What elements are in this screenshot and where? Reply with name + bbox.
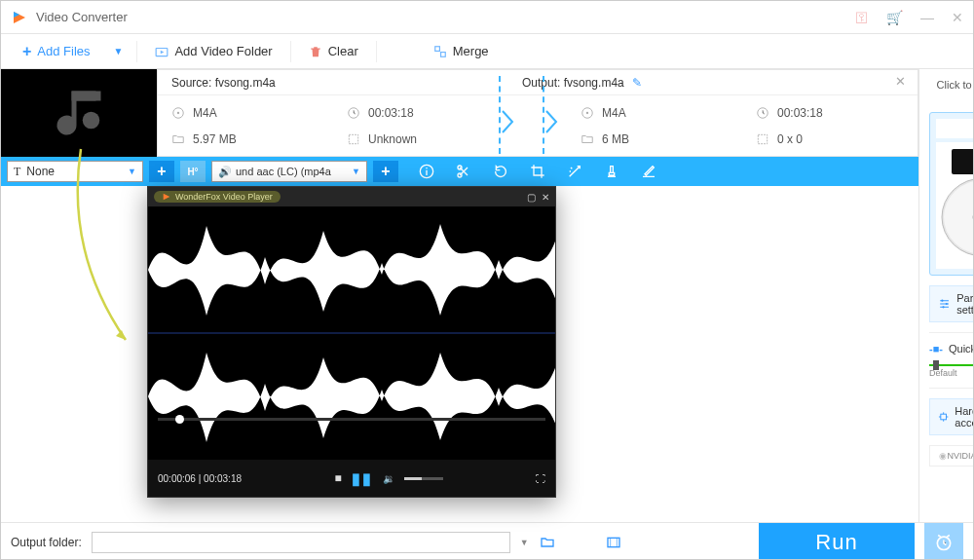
add-video-folder-label: Add Video Folder [174, 44, 272, 58]
seek-knob[interactable] [175, 415, 184, 424]
pencil-line-icon [641, 164, 656, 179]
alarm-clock-icon [934, 533, 954, 552]
output-format-selector[interactable]: M4A▼ M4A [929, 112, 974, 276]
player-time-current: 00:00:06 [158, 473, 196, 484]
out-format: M4A [602, 106, 626, 120]
speaker-icon: 🔊 [218, 166, 232, 178]
wand-icon [567, 164, 582, 179]
crop-icon [530, 164, 545, 179]
chevron-down-icon: ▼ [352, 167, 360, 176]
rotate-icon [493, 164, 508, 179]
app-title: Video Converter [36, 10, 128, 24]
cart-icon[interactable]: 🛒 [886, 10, 903, 25]
clear-button[interactable]: Clear [295, 38, 372, 64]
folder-film-icon [605, 535, 622, 550]
player-title: WonderFox Video Player [175, 192, 273, 202]
merge-button[interactable]: Merge [420, 38, 503, 64]
subtitle-value: None [26, 165, 55, 178]
out-duration: 00:03:18 [777, 106, 823, 120]
parameter-settings-button[interactable]: Parameter settings [929, 285, 974, 322]
src-size: 5.97 MB [193, 132, 237, 146]
parameter-settings-label: Parameter settings [956, 292, 974, 316]
key-icon[interactable]: ⚿ [855, 10, 869, 25]
out-size: 6 MB [602, 132, 629, 146]
cut-tool-button[interactable] [455, 163, 472, 180]
player-time-total: 00:03:18 [204, 473, 242, 484]
subtitle-t-icon: T [14, 165, 20, 179]
hardware-acceleration-button[interactable]: Hardware acceleration [929, 398, 974, 435]
player-maximize-icon[interactable]: ▢ [527, 192, 536, 203]
folder-open-icon [539, 535, 556, 550]
file-actionbar: T None ▼ + H° 🔊 und aac (LC) (mp4a ▼ + [1, 157, 918, 186]
file-item: ✕ Source: fvsong.m4a Output: fvsong.m4a … [1, 69, 918, 157]
svg-rect-18 [952, 149, 974, 174]
stop-button[interactable]: ■ [334, 471, 341, 485]
folder-size-icon [581, 132, 594, 146]
svg-rect-1 [435, 46, 440, 51]
folder-size-icon [171, 132, 185, 146]
output-folder-label: Output folder: [11, 536, 82, 549]
crop-tool-button[interactable] [529, 163, 546, 180]
titlebar: Video Converter ⚿ 🛒 — ✕ [1, 1, 973, 34]
window-minimize-icon[interactable]: — [920, 10, 934, 25]
chip-icon [938, 410, 949, 424]
add-files-button[interactable]: + Add Files [9, 37, 104, 66]
audio-track-select[interactable]: 🔊 und aac (LC) (mp4a ▼ [211, 161, 367, 182]
arrow-right-icon [544, 109, 560, 134]
edit-tool-button[interactable] [640, 163, 657, 180]
add-audio-button[interactable]: + [373, 161, 398, 182]
dimensions-icon [756, 132, 769, 146]
svg-point-26 [946, 303, 948, 305]
right-panel: Click to change output format: M4A▼ M4A … [918, 69, 974, 522]
video-player-window: WonderFox Video Player ▢ ✕ [147, 186, 556, 498]
schedule-button[interactable] [924, 523, 963, 561]
effects-tool-button[interactable] [566, 163, 583, 180]
add-subtitle-button[interactable]: + [149, 161, 174, 182]
browse-folder-button[interactable] [539, 535, 556, 550]
file-thumbnail[interactable] [1, 69, 157, 157]
add-video-folder-button[interactable]: Add Video Folder [141, 38, 285, 64]
hardware-acceleration-label: Hardware acceleration [955, 405, 974, 429]
seek-bar[interactable] [158, 418, 545, 421]
svg-point-3 [58, 117, 76, 134]
subtitle-select[interactable]: T None ▼ [7, 161, 143, 182]
player-close-icon[interactable]: ✕ [542, 192, 549, 203]
run-button[interactable]: Run [759, 523, 915, 561]
output-folder-input[interactable] [92, 532, 510, 553]
output-format-header: Click to change output format: [929, 79, 974, 102]
svg-rect-8 [349, 134, 357, 143]
volume-button[interactable]: 🔉 [383, 473, 394, 484]
svg-rect-28 [941, 414, 947, 420]
fullscreen-button[interactable]: ⛶ [536, 473, 545, 484]
merge-label: Merge [453, 44, 489, 58]
toolbar: + Add Files ▼ Add Video Folder Clear Mer… [1, 34, 973, 69]
rotate-tool-button[interactable] [492, 163, 509, 180]
watermark-tool-button[interactable] [603, 163, 620, 180]
add-files-dropdown-icon[interactable]: ▼ [104, 46, 133, 56]
merge-icon [433, 45, 447, 58]
output-folder-dropdown-icon[interactable]: ▼ [520, 538, 529, 547]
arrow-right-icon [501, 109, 516, 134]
window-close-icon[interactable]: ✕ [952, 10, 963, 25]
clear-label: Clear [328, 44, 358, 58]
svg-rect-12 [758, 134, 767, 143]
info-tool-button[interactable] [418, 163, 435, 180]
src-dimensions: Unknown [368, 132, 417, 146]
sliders-icon [938, 297, 951, 311]
svg-point-4 [83, 112, 100, 130]
hd-button[interactable]: H° [180, 161, 206, 182]
disc-icon [171, 106, 185, 120]
svg-point-6 [177, 111, 179, 113]
pause-button[interactable]: ▮▮ [352, 469, 373, 488]
m4a-format-icon: M4A [936, 147, 974, 264]
video-folder-icon [155, 45, 169, 58]
volume-slider[interactable] [404, 477, 443, 480]
remove-file-button[interactable]: ✕ [895, 74, 906, 89]
scissors-icon [456, 164, 471, 179]
quality-slider[interactable] [929, 364, 974, 366]
edit-output-icon[interactable]: ✎ [632, 76, 642, 90]
quality-slider-knob[interactable] [933, 360, 939, 370]
open-output-button[interactable] [605, 535, 622, 550]
disc-icon [581, 106, 594, 120]
clock-icon [347, 106, 360, 120]
